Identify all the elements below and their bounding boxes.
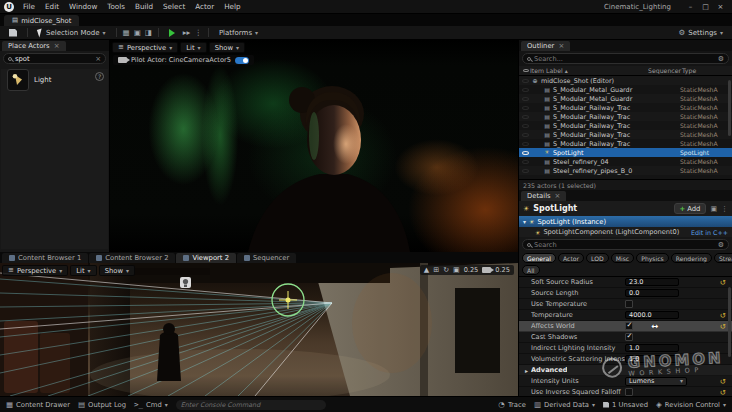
blueprint-icon[interactable]: ▣ [710,205,717,213]
place-actors-search-input[interactable]: spot × [3,53,106,64]
menu-item[interactable]: Actor [190,2,219,11]
property-row[interactable]: ▸ Affects World ▾ ↔ ↺ [519,321,732,332]
derived-data-button[interactable]: ▥ Derived Data ▾ [534,401,595,409]
outliner-row[interactable]: S_Modular_Railway_Trac StaticMeshA [519,112,732,121]
close-icon[interactable]: × [558,42,564,50]
menu-item[interactable]: File [18,2,40,11]
unsaved-button[interactable]: 1 Unsaved [603,401,648,409]
modes-icon[interactable]: ▦ [123,29,130,37]
settings-dropdown[interactable]: ⚙ Settings ▾ [675,27,727,38]
more-options-icon[interactable]: ⋮ [194,29,202,37]
bottom-tab[interactable]: Sequencer [237,253,296,263]
menu-item[interactable]: Build [130,2,158,11]
component-tree-root[interactable]: ▾ ☀ SpotLight (Instance) [519,216,732,227]
close-icon[interactable]: × [54,42,60,50]
secondary-viewport[interactable]: ≡ Perspective ▾ Lit ▾ Show ▾ ▲ ⊞ ↻ ▣ 0.2… [0,263,518,396]
sequencer-column[interactable]: Sequencer [648,67,682,74]
property-row[interactable]: ▸ Source Length 0.0 0.0▾ ↔ ↺ [519,288,732,299]
edit-in-cpp-link[interactable]: Edit in C++ [691,229,728,236]
menu-item[interactable]: Tools [102,2,130,11]
reset-to-default-icon[interactable]: ↺ [720,322,726,331]
outliner-row[interactable]: midClose_Shot (Editor) [519,76,732,85]
show-flags-button[interactable]: Show ▾ [209,42,245,53]
help-icon[interactable]: ? [95,72,104,81]
rotate-tool-icon[interactable]: ↻ [443,267,449,274]
cmd-dropdown[interactable]: >_ Cmd ▾ [134,401,168,409]
unreal-logo-icon[interactable]: U [4,2,14,12]
menu-item[interactable]: Select [158,2,190,11]
menu-item[interactable]: Help [219,2,245,11]
outliner-column-header[interactable]: Item Label ▴ Sequencer Type [519,66,732,76]
dropdown[interactable]: Lumens▾ [625,377,687,386]
property-row[interactable]: ▸ Use Inverse Squared Falloff ▾ ↔ ↺ [519,387,732,396]
details-category-tab[interactable]: Streaming [714,253,732,263]
place-actors-tab[interactable]: Place Actors × [2,41,66,51]
move-tool-icon[interactable]: ⊞ [433,267,439,274]
console-command-input[interactable]: Enter Console Command [176,400,326,410]
visibility-eye-icon[interactable] [522,106,529,110]
property-row[interactable]: ▸ Intensity Units Lumens Lumens▾ ↔ ↺ [519,376,732,387]
outliner-row[interactable]: Steel_refinery_pipes_B_0 StaticMeshA [519,166,732,175]
visibility-eye-icon[interactable] [522,124,529,128]
reset-to-default-icon[interactable]: ↺ [720,377,726,386]
bottom-tab[interactable]: Content Browser 2 [89,253,175,263]
viewport-menu-button[interactable]: ≡ Perspective ▾ [112,42,178,53]
outliner-row[interactable]: S_Modular_Metal_Guardr StaticMeshA [519,94,732,103]
snap-value[interactable]: 0.25 [464,266,479,274]
save-button[interactable] [5,27,21,38]
outliner-row[interactable]: S_Modular_Railway_Trac StaticMeshA [519,121,732,130]
type-column[interactable]: Type [682,67,732,74]
visibility-eye-icon[interactable] [522,88,529,92]
property-row[interactable]: ▸ Advanced ▾ ↔ ↺ [519,365,732,376]
component-tree-item[interactable]: ☀ SpotLightComponent (LightComponent0) E… [519,227,732,237]
value-input[interactable]: 23.0 [625,278,679,287]
visibility-eye-icon[interactable] [522,97,529,101]
checkbox[interactable] [625,388,633,396]
details-category-tab[interactable]: Actor [558,253,584,263]
value-input[interactable]: 4000.0 [625,311,679,320]
outliner-row[interactable]: SpotLight SpotLight [519,148,732,157]
scale-tool-icon[interactable]: ▣ [453,267,460,274]
checkbox[interactable] [625,333,633,341]
checkbox[interactable] [625,322,633,330]
details-category-tab[interactable]: Physics [636,253,669,263]
details-category-tab[interactable]: Rendering [671,253,712,263]
close-icon[interactable]: × [555,192,561,200]
bottom-tab[interactable]: Viewport 2 [176,253,236,263]
visibility-eye-icon[interactable] [522,79,529,83]
place-actor-item-light[interactable]: Light [7,69,102,91]
content-drawer-button[interactable]: ▦ Content Drawer [6,401,70,409]
window-control-button[interactable]: □ [698,3,713,11]
selection-mode-dropdown[interactable]: Selection Mode ▾ [34,27,110,38]
main-viewport[interactable]: ≡ Perspective ▾ Lit ▾ Show ▾ Pilot Actor… [110,40,518,252]
bottom-tab[interactable]: Content Browser 1 [2,253,88,263]
visibility-eye-icon[interactable] [522,142,529,146]
view-mode-button[interactable]: Lit ▾ [70,265,96,276]
gear-icon[interactable]: ⚙ [718,55,724,63]
property-row[interactable]: ▸ Indirect Lighting Intensity 1.0 1.0▾ ↔… [519,343,732,354]
select-tool-icon[interactable]: ▲ [424,267,429,274]
visibility-eye-icon[interactable] [522,151,529,155]
details-category-tab[interactable]: Misc [611,253,634,263]
reset-to-default-icon[interactable]: ↺ [720,278,726,287]
trace-button[interactable]: ◔ Trace [498,401,526,409]
chevron-down-icon[interactable]: ▾ [523,219,526,225]
details-scrollbar[interactable] [728,287,731,357]
visibility-eye-icon[interactable] [522,169,529,173]
details-category-tab[interactable]: LOD [586,253,609,263]
outliner-search-input[interactable]: Search... ⚙ [522,53,729,64]
camera-speed-value[interactable]: 0.25 [495,266,510,274]
outliner-scrollbar[interactable] [728,80,731,136]
value-input[interactable]: 0.0 [625,289,679,298]
property-row[interactable]: ▸ Use Temperature ▾ ↔ ↺ [519,299,732,310]
pilot-toggle[interactable] [235,57,249,64]
property-row[interactable]: ▸ Cast Shadows ▾ ↔ ↺ [519,332,732,343]
viewport-menu-button[interactable]: ≡ Perspective ▾ [2,265,68,276]
show-flags-button[interactable]: Show ▾ [99,265,135,276]
skip-icon[interactable]: ▸▸ [183,29,191,37]
property-row[interactable]: ▸ Volumetric Scattering Intensity 1.0 1.… [519,354,732,365]
more-options-icon[interactable]: ⋮ [721,205,728,213]
output-log-button[interactable]: ▤ Output Log [78,401,126,409]
property-row[interactable]: ▸ Temperature 4000.0 4000.0▾ ↔ ↺ [519,310,732,321]
play-button[interactable] [165,27,179,38]
